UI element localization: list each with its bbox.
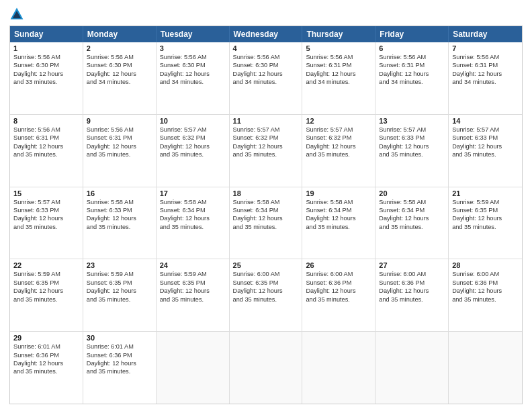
cell-info-line: Sunset: 6:36 PM xyxy=(306,279,371,287)
calendar-week-5: 29Sunrise: 6:01 AMSunset: 6:36 PMDayligh… xyxy=(10,332,522,404)
cell-info-line: Sunset: 6:34 PM xyxy=(233,206,299,214)
weekday-header-thursday: Thursday xyxy=(302,26,375,42)
cell-info-line: Sunrise: 5:58 AM xyxy=(233,198,299,206)
cell-info-line: Sunrise: 5:59 AM xyxy=(452,198,519,206)
page: SundayMondayTuesdayWednesdayThursdayFrid… xyxy=(0,0,532,411)
day-number: 20 xyxy=(379,189,445,197)
cell-info-line: Sunset: 6:36 PM xyxy=(87,351,152,359)
cell-info-line: Sunrise: 5:56 AM xyxy=(379,53,445,61)
calendar-day-8: 8Sunrise: 5:56 AMSunset: 6:31 PMDaylight… xyxy=(10,115,83,187)
cell-info-line: Sunset: 6:31 PM xyxy=(87,134,152,142)
calendar-week-2: 8Sunrise: 5:56 AMSunset: 6:31 PMDaylight… xyxy=(10,115,522,187)
cell-info-line: Daylight: 12 hours xyxy=(233,287,299,295)
calendar-day-26: 26Sunrise: 6:00 AMSunset: 6:36 PMDayligh… xyxy=(302,259,375,331)
cell-info-line: Sunrise: 5:56 AM xyxy=(13,126,79,134)
calendar-day-21: 21Sunrise: 5:59 AMSunset: 6:35 PMDayligh… xyxy=(449,187,522,259)
weekday-header-tuesday: Tuesday xyxy=(157,26,230,42)
cell-info-line: Sunrise: 5:56 AM xyxy=(452,53,519,61)
cell-info-line: and 34 minutes. xyxy=(160,78,226,86)
calendar-day-24: 24Sunrise: 5:59 AMSunset: 6:35 PMDayligh… xyxy=(157,259,230,331)
cell-info-line: Daylight: 12 hours xyxy=(233,214,299,222)
cell-info-line: Sunrise: 5:58 AM xyxy=(379,198,445,206)
cell-info-line: and 35 minutes. xyxy=(452,295,519,304)
cell-info-line: Sunrise: 5:57 AM xyxy=(452,126,519,134)
calendar-day-29: 29Sunrise: 6:01 AMSunset: 6:36 PMDayligh… xyxy=(10,332,83,404)
cell-info-line: Sunset: 6:30 PM xyxy=(13,61,79,69)
cell-info-line: Sunrise: 5:59 AM xyxy=(87,270,152,278)
calendar-day-14: 14Sunrise: 5:57 AMSunset: 6:33 PMDayligh… xyxy=(449,115,522,187)
calendar-week-1: 1Sunrise: 5:56 AMSunset: 6:30 PMDaylight… xyxy=(10,42,522,115)
cell-info-line: and 35 minutes. xyxy=(379,295,445,304)
calendar-header: SundayMondayTuesdayWednesdayThursdayFrid… xyxy=(10,26,522,42)
weekday-header-sunday: Sunday xyxy=(10,26,83,42)
calendar-day-28: 28Sunrise: 6:00 AMSunset: 6:36 PMDayligh… xyxy=(449,259,522,331)
calendar-day-19: 19Sunrise: 5:58 AMSunset: 6:34 PMDayligh… xyxy=(302,187,375,259)
calendar-empty-cell xyxy=(230,332,303,404)
cell-info-line: and 33 minutes. xyxy=(13,78,79,86)
day-number: 4 xyxy=(233,44,299,52)
cell-info-line: Sunrise: 5:57 AM xyxy=(160,126,226,134)
cell-info-line: Daylight: 12 hours xyxy=(160,287,226,295)
cell-info-line: Daylight: 12 hours xyxy=(160,214,226,222)
calendar-body: 1Sunrise: 5:56 AMSunset: 6:30 PMDaylight… xyxy=(10,42,522,404)
cell-info-line: Sunset: 6:33 PM xyxy=(452,134,519,142)
cell-info-line: Sunset: 6:32 PM xyxy=(160,134,226,142)
day-number: 15 xyxy=(13,189,79,197)
cell-info-line: and 34 minutes. xyxy=(87,78,152,86)
cell-info-line: Sunrise: 6:00 AM xyxy=(379,270,445,278)
day-number: 19 xyxy=(306,189,371,197)
cell-info-line: and 35 minutes. xyxy=(379,150,445,158)
cell-info-line: Daylight: 12 hours xyxy=(379,287,445,295)
cell-info-line: Daylight: 12 hours xyxy=(379,142,445,150)
cell-info-line: Sunrise: 5:56 AM xyxy=(233,53,299,61)
cell-info-line: Sunrise: 5:57 AM xyxy=(379,126,445,134)
cell-info-line: and 35 minutes. xyxy=(452,150,519,158)
cell-info-line: Sunset: 6:35 PM xyxy=(13,279,79,287)
cell-info-line: Daylight: 12 hours xyxy=(306,142,371,150)
cell-info-line: and 35 minutes. xyxy=(233,295,299,304)
calendar-day-12: 12Sunrise: 5:57 AMSunset: 6:32 PMDayligh… xyxy=(302,115,375,187)
cell-info-line: Sunset: 6:35 PM xyxy=(160,279,226,287)
cell-info-line: Daylight: 12 hours xyxy=(379,214,445,222)
cell-info-line: Daylight: 12 hours xyxy=(87,142,152,150)
cell-info-line: Daylight: 12 hours xyxy=(233,70,299,78)
cell-info-line: and 35 minutes. xyxy=(233,223,299,231)
calendar-empty-cell xyxy=(157,332,230,404)
day-number: 12 xyxy=(306,117,371,125)
day-number: 13 xyxy=(379,117,445,125)
cell-info-line: and 35 minutes. xyxy=(306,150,371,158)
cell-info-line: and 34 minutes. xyxy=(452,78,519,86)
cell-info-line: Sunset: 6:30 PM xyxy=(160,61,226,69)
cell-info-line: Sunset: 6:33 PM xyxy=(87,206,152,214)
day-number: 22 xyxy=(13,261,79,269)
cell-info-line: Daylight: 12 hours xyxy=(13,214,79,222)
cell-info-line: and 34 minutes. xyxy=(306,78,371,86)
header xyxy=(9,7,523,21)
cell-info-line: Sunset: 6:30 PM xyxy=(87,61,152,69)
calendar-day-3: 3Sunrise: 5:56 AMSunset: 6:30 PMDaylight… xyxy=(157,42,230,114)
cell-info-line: Daylight: 12 hours xyxy=(306,214,371,222)
cell-info-line: and 35 minutes. xyxy=(13,295,79,304)
cell-info-line: Sunrise: 5:56 AM xyxy=(87,53,152,61)
day-number: 3 xyxy=(160,44,226,52)
cell-info-line: Sunset: 6:35 PM xyxy=(233,279,299,287)
calendar-day-10: 10Sunrise: 5:57 AMSunset: 6:32 PMDayligh… xyxy=(157,115,230,187)
calendar-day-27: 27Sunrise: 6:00 AMSunset: 6:36 PMDayligh… xyxy=(375,259,449,331)
cell-info-line: Daylight: 12 hours xyxy=(87,214,152,222)
cell-info-line: and 35 minutes. xyxy=(13,367,79,375)
weekday-header-wednesday: Wednesday xyxy=(230,26,303,42)
cell-info-line: Sunrise: 5:58 AM xyxy=(160,198,226,206)
cell-info-line: and 35 minutes. xyxy=(87,367,152,375)
day-number: 30 xyxy=(87,334,152,342)
calendar-day-6: 6Sunrise: 5:56 AMSunset: 6:31 PMDaylight… xyxy=(375,42,449,114)
calendar-day-18: 18Sunrise: 5:58 AMSunset: 6:34 PMDayligh… xyxy=(230,187,303,259)
cell-info-line: Sunset: 6:30 PM xyxy=(233,61,299,69)
day-number: 26 xyxy=(306,261,371,269)
day-number: 18 xyxy=(233,189,299,197)
day-number: 14 xyxy=(452,117,519,125)
day-number: 17 xyxy=(160,189,226,197)
cell-info-line: Daylight: 12 hours xyxy=(13,287,79,295)
cell-info-line: Daylight: 12 hours xyxy=(13,70,79,78)
day-number: 10 xyxy=(160,117,226,125)
cell-info-line: Sunrise: 6:00 AM xyxy=(452,270,519,278)
